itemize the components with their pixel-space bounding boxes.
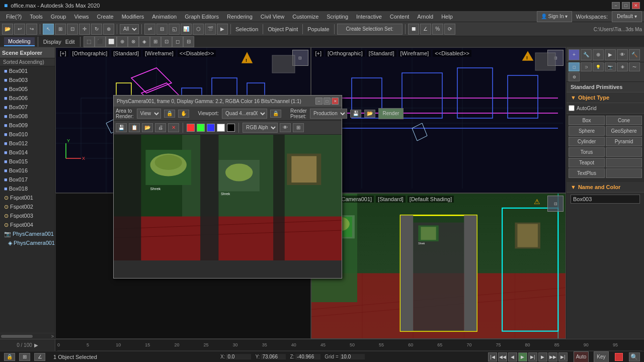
menu-tools[interactable]: Tools [26, 13, 47, 21]
scene-item-box010[interactable]: ■ Box010 [0, 130, 55, 139]
scene-item-box001[interactable]: ■ Box001 [0, 66, 55, 75]
model-tool-8[interactable]: ⊡ [161, 36, 172, 47]
menu-customize[interactable]: Customize [288, 13, 323, 21]
model-tool-10[interactable]: ⊟ [183, 36, 194, 47]
undo-btn[interactable]: ↩ [14, 24, 25, 35]
rp-system-btn[interactable]: ⚙ [569, 72, 580, 81]
viewport-top-right[interactable]: [+] [Orthographic] [Standard] [Wireframe… [311, 47, 567, 193]
render-preset-save-btn[interactable]: 💾 [350, 110, 361, 118]
status-angle-btn[interactable]: ∠ [34, 353, 45, 361]
open-file-btn[interactable]: 📂 [2, 24, 13, 35]
area-to-render-select[interactable]: View [137, 109, 161, 119]
frame-go-btn[interactable]: ▶ [34, 342, 38, 348]
y-value[interactable]: 73.066 [261, 354, 286, 359]
pb-next-frame-btn[interactable]: ▶ [538, 352, 547, 361]
search-btn[interactable]: 🔍 [629, 352, 640, 361]
menu-civil-view[interactable]: Civil View [257, 13, 288, 21]
pb-next-key-btn[interactable]: ▶▶ [548, 352, 557, 361]
rw-stereo-btn[interactable]: ⊞ [293, 123, 304, 132]
pb-prev-key-btn[interactable]: ◀◀ [498, 352, 507, 361]
pb-prev-frame-btn[interactable]: ◀ [508, 352, 517, 361]
scene-item-fspot001[interactable]: ⊙ Fspot001 [0, 193, 55, 202]
menu-group[interactable]: Group [47, 13, 70, 21]
scene-item-box018[interactable]: ■ Box018 [0, 184, 55, 193]
rw-display-btn[interactable]: 👁 [280, 123, 291, 132]
viewport-select[interactable]: Quad 4...era001 } [222, 109, 267, 119]
timeline-track[interactable]: 0 5 10 15 20 25 30 35 40 45 50 55 60 65 … [55, 339, 644, 351]
sign-in-button[interactable]: 👤 Sign In ▾ [537, 11, 572, 22]
scene-item-box012[interactable]: ■ Box012 [0, 139, 55, 148]
scene-item-box009[interactable]: ■ Box009 [0, 121, 55, 130]
model-tool-4[interactable]: ⊕ [117, 36, 128, 47]
model-tool-9[interactable]: ◻ [172, 36, 183, 47]
workspace-select[interactable]: Default ▾ [612, 11, 642, 22]
percent-snap-btn[interactable]: % [432, 24, 443, 35]
angle-snap-btn[interactable]: ∠ [420, 24, 431, 35]
rp-hierarchy-btn[interactable]: ⊕ [593, 49, 604, 60]
filter-select[interactable]: All [120, 24, 139, 34]
rw-channel-select[interactable]: RGB Alpha [243, 123, 278, 133]
pb-play-selected-btn[interactable]: ▶| [528, 352, 537, 361]
select-tool-btn[interactable]: ↖ [43, 24, 54, 35]
menu-graph-editors[interactable]: Graph Editors [181, 13, 223, 21]
layer-manager-btn[interactable]: ◱ [169, 24, 180, 35]
render-window-controls[interactable]: − □ ✕ [315, 98, 339, 105]
scene-list-scrollbar[interactable]: > [0, 333, 55, 339]
render-preset-load-btn[interactable]: 📂 [364, 110, 375, 118]
status-snap-btn[interactable]: ⊞ [19, 353, 30, 361]
tab-modeling[interactable]: Modeling [4, 37, 35, 46]
window-crossing-btn[interactable]: ⊡ [67, 24, 78, 35]
primitive-textplus-btn[interactable]: TextPlus [569, 168, 605, 178]
scene-item-fspot004[interactable]: ⊙ Fspot004 [0, 220, 55, 229]
rw-color-blue[interactable] [207, 124, 215, 132]
render-lock-btn[interactable]: 🔒 [164, 110, 175, 118]
rw-color-white[interactable] [217, 124, 225, 132]
spinner-snap-btn[interactable]: ⟳ [444, 24, 455, 35]
render-scene-btn[interactable]: 🎬 [205, 24, 216, 35]
rotate-tool-btn[interactable]: ↻ [91, 24, 102, 35]
pb-play-btn[interactable]: ▶ [518, 352, 527, 361]
rw-maximize-btn[interactable]: □ [324, 98, 331, 105]
model-tool-5[interactable]: ⊗ [128, 36, 139, 47]
auto-key-btn[interactable]: Auto [574, 351, 589, 363]
scene-item-box005[interactable]: ■ Box005 [0, 84, 55, 94]
rw-minimize-btn[interactable]: − [315, 98, 323, 105]
maximize-button[interactable]: □ [622, 2, 630, 9]
quick-render-btn[interactable]: ▶ [217, 24, 228, 35]
rp-display-btn[interactable]: 👁 [617, 49, 628, 60]
menu-help[interactable]: Help [437, 13, 457, 21]
x-value[interactable]: 0.0 [226, 354, 251, 359]
menu-modifiers[interactable]: Modifiers [118, 13, 148, 21]
scene-item-box003[interactable]: ■ Box003 [0, 75, 55, 84]
scene-item-fspot003[interactable]: ⊙ Fspot003 [0, 211, 55, 220]
mirror-btn[interactable]: ⇌ [144, 24, 155, 35]
rw-clear-btn[interactable]: ✕ [168, 123, 179, 132]
model-tool-7[interactable]: ⊞ [150, 36, 161, 47]
scene-item-box006[interactable]: ■ Box006 [0, 94, 55, 103]
primitive-cylinder-btn[interactable]: Cylinder [569, 137, 605, 146]
scale-tool-btn[interactable]: ⊕ [103, 24, 114, 35]
primitive-box-btn[interactable]: Box [569, 116, 605, 125]
scene-item-physcam001-ta[interactable]: ◈ PhysCamera001.Ta [0, 238, 55, 247]
rw-print-btn[interactable]: 🖨 [155, 123, 166, 132]
render-btn[interactable]: Render [378, 108, 404, 119]
menu-animation[interactable]: Animation [148, 13, 181, 21]
model-tool-2[interactable]: ⬛ [95, 36, 106, 47]
scene-item-box014[interactable]: ■ Box014 [0, 148, 55, 157]
pb-end-btn[interactable]: ▶| [558, 352, 568, 361]
select-region-btn[interactable]: ⊞ [55, 24, 66, 35]
menu-rendering[interactable]: Rendering [223, 13, 257, 21]
model-tool-6[interactable]: ◈ [139, 36, 150, 47]
z-value[interactable]: -40.966 [295, 354, 320, 359]
rp-shape-btn[interactable]: ⊃ [581, 62, 592, 71]
viewport-nav-cube-br[interactable]: ⊡ [547, 196, 564, 212]
primitive-cone-btn[interactable]: Cone [606, 116, 642, 125]
render-create-selection-btn[interactable]: Create Selection Set: [337, 24, 403, 35]
rw-open-btn[interactable]: 📂 [142, 123, 153, 132]
rw-savecopy-btn[interactable]: 📋 [129, 123, 140, 132]
status-lock-btn[interactable]: 🔒 [4, 353, 15, 361]
rp-helper-btn[interactable]: ✙ [617, 62, 628, 71]
object-name-input[interactable] [571, 195, 640, 204]
viewport-bottom-right[interactable]: [+] [PhysCamera001] [Standard] [Default … [311, 193, 567, 339]
close-button[interactable]: ✕ [632, 2, 640, 9]
